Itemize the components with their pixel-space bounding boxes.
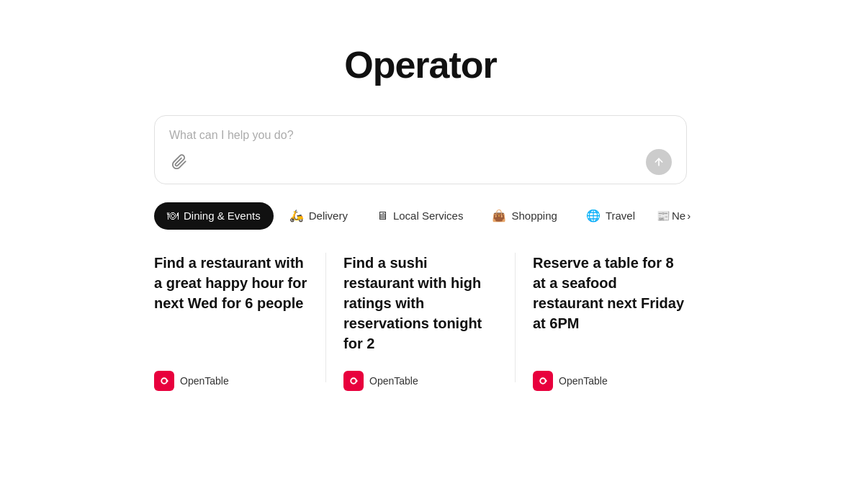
- tab-travel[interactable]: 🌐 Travel: [573, 202, 648, 230]
- card-2-text: Find a sushi restaurant with high rating…: [343, 253, 498, 354]
- tab-news-icon: 📰: [657, 210, 670, 222]
- svg-point-6: [545, 380, 547, 382]
- submit-button[interactable]: [646, 149, 672, 175]
- search-input[interactable]: [169, 129, 672, 142]
- chevron-right-icon: ›: [687, 210, 691, 222]
- cards-row: Find a restaurant with a great happy hou…: [154, 253, 687, 391]
- tabs-row: 🍽 Dining & Events 🛵 Delivery 🖥 Local Ser…: [154, 202, 687, 230]
- tab-more[interactable]: 📰 Ne ›: [651, 202, 696, 230]
- search-footer: [169, 149, 672, 175]
- tab-delivery-label: Delivery: [309, 210, 348, 222]
- page-title: Operator: [344, 43, 497, 86]
- local-services-icon: 🖥: [377, 210, 388, 222]
- card-3-text: Reserve a table for 8 at a seafood resta…: [533, 253, 687, 354]
- opentable-logo-3: [533, 371, 553, 391]
- opentable-logo-1: [154, 371, 174, 391]
- suggestion-card-2[interactable]: Find a sushi restaurant with high rating…: [343, 253, 498, 391]
- svg-point-4: [356, 380, 358, 382]
- page-container: Operator 🍽 Dining & Events 🛵 Deliver: [96, 0, 745, 391]
- tab-delivery[interactable]: 🛵 Delivery: [276, 202, 361, 230]
- opentable-logo-2: [343, 371, 364, 391]
- search-box: [154, 115, 687, 184]
- divider-2: [515, 253, 516, 382]
- tab-local-services-label: Local Services: [393, 210, 464, 222]
- attach-icon[interactable]: [169, 152, 189, 172]
- tab-travel-label: Travel: [606, 210, 635, 222]
- suggestion-card-1[interactable]: Find a restaurant with a great happy hou…: [154, 253, 308, 391]
- tab-shopping[interactable]: 👜 Shopping: [479, 202, 570, 230]
- tab-dining[interactable]: 🍽 Dining & Events: [154, 202, 274, 230]
- card-1-service: OpenTable: [180, 375, 229, 387]
- tab-dining-label: Dining & Events: [184, 210, 261, 222]
- delivery-icon: 🛵: [289, 209, 304, 222]
- card-2-footer: OpenTable: [343, 371, 498, 391]
- shopping-icon: 👜: [492, 209, 506, 222]
- tab-local-services[interactable]: 🖥 Local Services: [364, 202, 477, 230]
- dining-icon: 🍽: [167, 210, 179, 222]
- card-3-footer: OpenTable: [533, 371, 687, 391]
- svg-point-2: [166, 380, 168, 382]
- tab-news-label: Ne: [672, 210, 685, 222]
- suggestion-card-3[interactable]: Reserve a table for 8 at a seafood resta…: [533, 253, 687, 391]
- card-1-footer: OpenTable: [154, 371, 308, 391]
- card-1-text: Find a restaurant with a great happy hou…: [154, 253, 308, 354]
- card-2-service: OpenTable: [369, 375, 418, 387]
- tab-shopping-label: Shopping: [511, 210, 557, 222]
- divider-1: [325, 253, 326, 382]
- travel-icon: 🌐: [586, 209, 601, 222]
- card-3-service: OpenTable: [559, 375, 608, 387]
